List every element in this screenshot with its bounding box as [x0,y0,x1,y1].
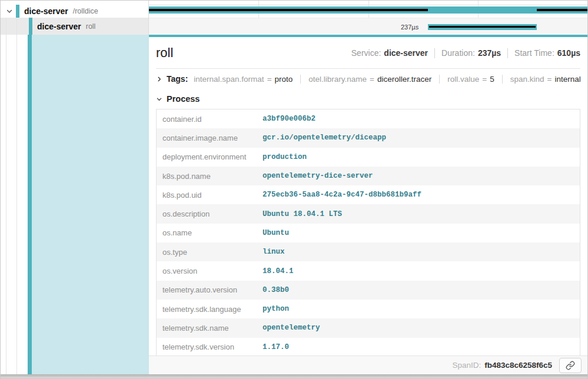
tag-value: proto [275,75,293,84]
detail-row-gutter [1,35,149,374]
table-row: os.type linux [157,242,580,261]
tag-separator [300,75,301,84]
tags-summary: internal.span.format = proto otel.librar… [194,75,580,84]
timeline-column: 237µs [149,1,587,35]
span-duration-label: 237µs [401,24,418,31]
window-bottom-edge [1,374,587,378]
row-key: os.description [157,210,263,218]
span-row-root[interactable]: dice-server /rolldice [1,5,148,18]
timeline-ruler [149,1,587,5]
deep-link-button[interactable] [559,358,582,373]
tag-item: otel.library.name = diceroller.tracer [293,75,431,84]
tag-value: internal [554,75,580,84]
tag-value: 5 [490,75,494,84]
operation-name: /rolldice [73,7,98,15]
service-name: dice-server [24,6,68,16]
row-value: 18.04.1 [263,267,294,275]
row-key: k8s.pod.uid [157,191,263,200]
row-key: k8s.pod.name [157,172,263,181]
tags-accordion[interactable]: Tags: internal.span.format = proto otel.… [156,69,580,89]
row-value: python [263,305,289,313]
meta-label: Start Time: [514,48,554,58]
table-row: k8s.pod.name opentelemetry-dice-server [157,167,580,185]
chevron-down-icon[interactable] [156,96,162,102]
row-key: os.name [157,228,263,237]
table-row: deployment.environment production [157,148,580,167]
spanid-label: SpanID: [452,361,481,370]
row-value: linux [263,248,285,256]
table-row: os.name Ubuntu [157,224,580,242]
span-name-column: dice-server /rolldice dice-server roll [1,1,149,35]
row-key: telemetry.auto.version [157,285,263,294]
spanid-value: fb483c8c6258f6c5 [484,361,552,370]
table-row: telemetry.auto.version 0.38b0 [157,281,580,300]
table-row: container.id a3bf90e006b2 [157,109,580,128]
tags-label: Tags: [167,74,188,84]
meta-service: Service:dice-server [351,48,428,58]
tag-key: otel.library.name [308,75,367,84]
process-table: container.id a3bf90e006b2 container.imag… [156,109,580,357]
meta-separator [507,48,508,58]
meta-value: dice-server [384,48,428,58]
row-key: os.type [157,248,263,257]
table-row: os.description Ubuntu 18.04.1 LTS [157,204,580,223]
row-value: gcr.io/opentelemetry/diceapp [263,134,386,142]
meta-duration: Duration:237µs [441,48,501,58]
meta-separator [434,48,435,58]
critical-path-segment [149,9,428,11]
row-value: 275ecb36-5aa8-4c2a-9c47-d8bb681b9aff [263,191,421,199]
tag-equals: = [547,75,552,84]
tag-separator [502,75,503,84]
tag-key: span.kind [510,75,544,84]
row-value: 0.38b0 [263,286,289,294]
tag-equals: = [370,75,374,84]
row-value: opentelemetry [263,324,320,332]
tag-separator [439,75,440,84]
row-key: telemetry.sdk.name [157,324,263,333]
table-row: telemetry.sdk.language python [157,300,580,318]
row-value: Ubuntu 18.04.1 LTS [263,210,342,218]
tag-item: roll.value = 5 [431,75,494,84]
table-row: telemetry.sdk.name opentelemetry [157,318,580,337]
meta-value: 610µs [557,48,580,58]
meta-label: Service: [351,48,381,58]
row-value: a3bf90e006b2 [263,115,315,123]
chevron-down-icon[interactable] [5,8,13,15]
link-icon [566,361,575,370]
critical-path-segment [429,26,536,28]
table-row: container.image.name gcr.io/opentelemetr… [157,128,580,147]
trace-timeline: dice-server /rolldice dice-server roll 2… [1,1,587,35]
process-accordion[interactable]: Process [156,91,580,107]
span-row-child[interactable]: dice-server roll [1,18,148,35]
tag-item: internal.span.format = proto [194,75,293,84]
span-color-bar [16,5,19,18]
table-row: k8s.pod.uid 275ecb36-5aa8-4c2a-9c47-d8bb… [157,185,580,204]
meta-label: Duration: [441,48,475,58]
service-name: dice-server [37,22,81,31]
tag-key: roll.value [447,75,479,84]
tag-equals: = [267,75,272,84]
table-row: telemetry.sdk.version 1.17.0 [157,338,580,357]
span-meta: Service:dice-server Duration:237µs Start… [351,48,580,58]
span-detail-panel: roll Service:dice-server Duration:237µs … [149,35,587,374]
row-key: telemetry.sdk.version [157,343,263,351]
indent-guide-line [16,18,17,374]
span-title: roll [156,45,173,61]
indent-guide-line [6,18,6,374]
row-key: telemetry.sdk.language [157,305,263,314]
operation-name: roll [86,22,96,31]
span-color-bar [29,18,32,35]
process-label: Process [167,94,200,104]
tag-equals: = [482,75,487,84]
row-key: os.version [157,267,263,275]
jaeger-span-detail-view: dice-server /rolldice dice-server roll 2… [0,0,588,379]
chevron-right-icon[interactable] [156,76,162,82]
critical-path-segment [537,9,587,11]
row-value: Ubuntu [263,229,289,237]
row-key: container.id [157,115,263,124]
span-color-bar [28,35,32,374]
row-value: opentelemetry-dice-server [263,172,373,180]
row-key: container.image.name [157,134,263,142]
detail-footer: SpanID: fb483c8c6258f6c5 [149,355,587,374]
row-value: 1.17.0 [263,343,289,351]
